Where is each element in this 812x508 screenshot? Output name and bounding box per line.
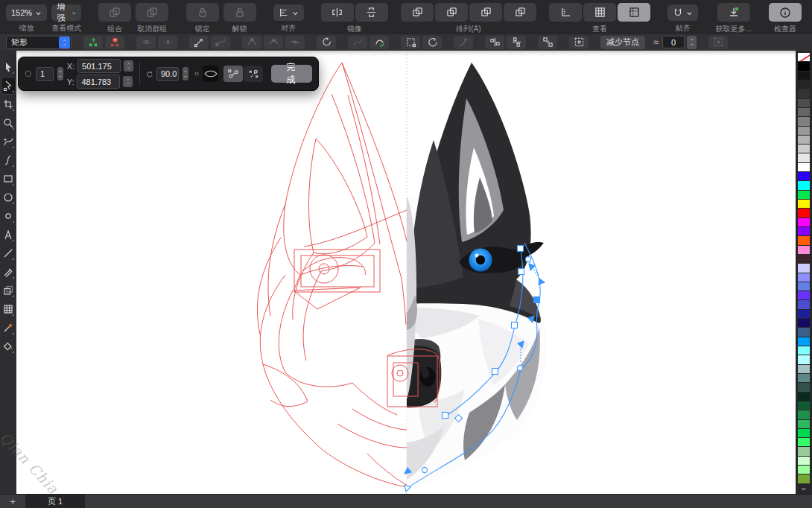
ungroup-button[interactable]: [136, 3, 168, 22]
cusp-node-button[interactable]: [242, 36, 261, 49]
box-select-mode-button[interactable]: [708, 36, 728, 49]
palette-swatch-28[interactable]: [798, 310, 810, 318]
palette-swatch-33[interactable]: [798, 355, 810, 363]
palette-swatch-46[interactable]: [798, 474, 810, 483]
to-front-button[interactable]: [401, 3, 434, 22]
extend-curve-button[interactable]: [348, 36, 367, 49]
zoom-level-dropdown[interactable]: 152%: [6, 4, 47, 21]
rectangle-tool[interactable]: [1, 170, 16, 188]
curve-smoothness-input[interactable]: 0: [662, 36, 685, 48]
ellipse-tool[interactable]: [1, 188, 16, 206]
palette-swatch-40[interactable]: [798, 420, 810, 428]
mirror-vertical-button[interactable]: [355, 3, 388, 22]
x-input[interactable]: 501.175: [77, 59, 121, 73]
anchor-point-icon[interactable]: [194, 70, 199, 77]
palette-swatch-25[interactable]: [798, 282, 810, 290]
palette-swatch-7[interactable]: [798, 117, 810, 125]
align-nodes-h-button[interactable]: [485, 36, 504, 49]
palette-swatch-30[interactable]: [798, 328, 810, 336]
edit-node-selected[interactable]: [534, 297, 540, 303]
freehand-curve-tool[interactable]: [1, 133, 16, 150]
palette-swatch-6[interactable]: [798, 108, 810, 116]
pick-tool[interactable]: [1, 58, 16, 76]
palette-swatch-39[interactable]: [798, 410, 810, 419]
lock-button[interactable]: [186, 3, 219, 22]
palette-swatch-43[interactable]: [798, 447, 810, 455]
mirror-horizontal-button[interactable]: [321, 3, 354, 22]
back-one-button[interactable]: [469, 3, 502, 22]
palette-swatch-41[interactable]: [798, 429, 810, 437]
close-curve-button[interactable]: [369, 36, 389, 49]
objects-count-input[interactable]: 1: [36, 67, 54, 81]
preview-shape-toggle[interactable]: [203, 66, 218, 82]
palette-swatch-5[interactable]: [798, 99, 810, 107]
page-tab[interactable]: 页 1: [25, 495, 85, 508]
group-button[interactable]: [98, 3, 131, 22]
palette-swatch-24[interactable]: [798, 273, 810, 282]
elastic-mode-button[interactable]: [454, 36, 473, 49]
palette-swatch-22[interactable]: [798, 255, 810, 263]
palette-swatch-14[interactable]: [798, 181, 810, 189]
reduce-nodes-button[interactable]: 减少节点: [600, 36, 645, 49]
fill-tool[interactable]: [1, 337, 16, 355]
get-more-button[interactable]: [717, 3, 750, 22]
node-type-select[interactable]: 矩形: [6, 36, 72, 49]
palette-swatch-29[interactable]: [798, 319, 810, 327]
palette-swatch-17[interactable]: [798, 209, 810, 217]
y-input[interactable]: 481.783: [77, 74, 120, 89]
polygon-tool[interactable]: [1, 207, 16, 225]
shape-tool[interactable]: [1, 77, 16, 95]
select-all-nodes-button[interactable]: [569, 36, 589, 49]
palette-swatch-18[interactable]: [798, 218, 810, 226]
symmetrical-node-button[interactable]: [285, 36, 305, 49]
palette-swatch-36[interactable]: [798, 383, 810, 391]
palette-swatch-37[interactable]: [798, 393, 810, 401]
y-stepper[interactable]: [123, 76, 133, 87]
done-button[interactable]: 完成: [271, 65, 312, 83]
add-page-button[interactable]: +: [0, 495, 25, 508]
palette-swatch-10[interactable]: [798, 145, 810, 153]
rotation-stepper[interactable]: [183, 67, 188, 80]
palette-swatch-15[interactable]: [798, 191, 810, 199]
forward-one-button[interactable]: [435, 3, 468, 22]
curve-smoothness-stepper[interactable]: [687, 36, 697, 49]
crop-tool[interactable]: [1, 95, 16, 113]
palette-more-button[interactable]: [797, 483, 811, 494]
palette-swatch-31[interactable]: [798, 337, 810, 346]
align-dropdown-button[interactable]: [273, 4, 304, 21]
palette-swatch-1[interactable]: [798, 62, 810, 70]
break-nodes-button[interactable]: [158, 36, 177, 49]
palette-swatch-38[interactable]: [798, 401, 810, 410]
eyedropper-tool[interactable]: [1, 319, 16, 337]
smooth-tool[interactable]: [1, 151, 16, 169]
palette-swatch-34[interactable]: [798, 365, 810, 373]
reflect-nodes-button[interactable]: [538, 36, 557, 49]
palette-swatch-13[interactable]: [798, 172, 810, 180]
snap-dropdown-button[interactable]: [667, 4, 698, 21]
to-back-button[interactable]: [504, 3, 536, 22]
palette-swatch-21[interactable]: [798, 246, 810, 254]
palette-swatch-11[interactable]: [798, 153, 810, 162]
palette-swatch-45[interactable]: [798, 466, 810, 474]
palette-swatch-19[interactable]: [798, 227, 810, 235]
align-nodes-v-button[interactable]: [507, 36, 526, 49]
palette-swatch-8[interactable]: [798, 127, 810, 135]
palette-swatch-16[interactable]: [798, 200, 810, 208]
drawing-canvas[interactable]: 1 X: 501.175 Y: 481.783: [16, 51, 796, 494]
rulers-toggle-button[interactable]: [549, 3, 582, 22]
line-tool[interactable]: [1, 244, 16, 262]
palette-swatch-27[interactable]: [798, 300, 810, 308]
show-handles-toggle[interactable]: [223, 66, 243, 82]
view-mode-dropdown[interactable]: 增强: [51, 4, 81, 21]
palette-swatch-none[interactable]: [798, 53, 810, 61]
inspector-button[interactable]: [769, 3, 802, 22]
dimension-tool[interactable]: [1, 263, 16, 281]
grid-toggle-button[interactable]: [583, 3, 616, 22]
convert-to-curve-button[interactable]: [211, 36, 230, 49]
stretch-nodes-button[interactable]: [401, 36, 420, 49]
rotation-input[interactable]: 90.0: [156, 67, 179, 81]
transparency-tool[interactable]: [1, 282, 16, 299]
x-stepper[interactable]: [124, 60, 133, 72]
smooth-node-button[interactable]: [264, 36, 283, 49]
guidelines-toggle-button[interactable]: [618, 3, 650, 22]
